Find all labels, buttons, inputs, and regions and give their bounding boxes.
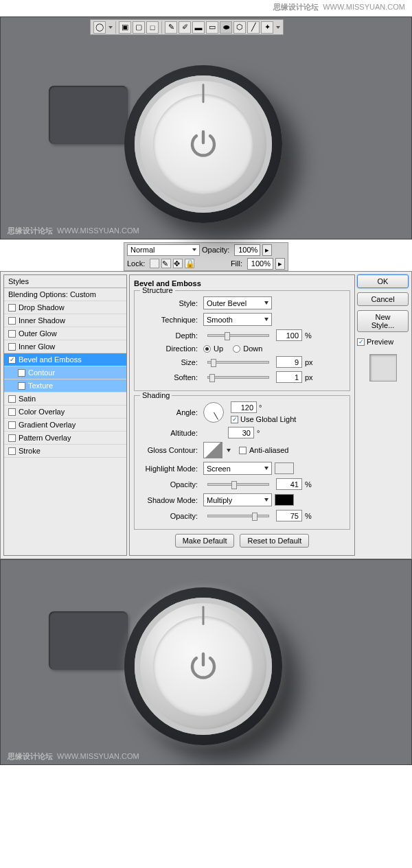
style-select[interactable]: Outer Bevel: [203, 296, 272, 309]
cancel-button[interactable]: Cancel: [357, 292, 409, 306]
soften-slider[interactable]: [207, 376, 269, 379]
watermark-canvas: 思缘设计论坛WWW.MISSYUAN.COM: [8, 751, 139, 762]
ellipse-tool-icon[interactable]: ◯: [93, 21, 106, 34]
shading-legend: Shading: [140, 391, 172, 399]
fx-stroke[interactable]: Stroke: [4, 445, 126, 458]
fx-color-overlay[interactable]: Color Overlay: [4, 406, 126, 419]
highlight-mode-select[interactable]: Screen: [203, 462, 272, 475]
custom-shape-icon[interactable]: ✦: [261, 21, 273, 34]
shape-toolbar: ◯ ▣ ▢ □ ✎ ✐ ▬ ▭ ⬬ ⬡ ╱ ✦: [90, 19, 284, 35]
layer-style-dialog: Styles Blending Options: Custom Drop Sha…: [0, 271, 412, 559]
canvas-preview-after: 思缘设计论坛WWW.MISSYUAN.COM: [0, 559, 412, 765]
dropdown-icon[interactable]: [108, 26, 113, 29]
shadow-color-swatch[interactable]: [275, 494, 294, 506]
rounded-rect-icon[interactable]: ▭: [206, 21, 218, 34]
power-icon: [187, 128, 220, 161]
styles-list: Styles Blending Options: Custom Drop Sha…: [3, 274, 127, 556]
lock-position-icon[interactable]: ✥: [173, 259, 183, 268]
depth-slider[interactable]: [207, 334, 269, 337]
blend-mode-select[interactable]: Normal: [127, 244, 200, 256]
fx-texture[interactable]: Texture: [4, 379, 126, 392]
structure-legend: Structure: [140, 286, 175, 294]
highlight-opacity-slider[interactable]: [207, 483, 269, 486]
line-icon[interactable]: ╱: [247, 21, 260, 34]
dropdown-icon[interactable]: [276, 26, 280, 29]
fill-input[interactable]: 100%: [247, 258, 273, 270]
preview-checkbox[interactable]: [357, 338, 365, 346]
knob-base-shape: [49, 86, 128, 144]
structure-group: Structure Style:Outer Bevel Technique:Sm…: [134, 290, 350, 391]
shadow-opacity-input[interactable]: 75: [276, 510, 302, 521]
direction-up-radio[interactable]: [203, 345, 211, 353]
ok-button[interactable]: OK: [357, 274, 409, 288]
contour-dropdown-icon[interactable]: [227, 449, 231, 452]
fx-pattern-overlay[interactable]: Pattern Overlay: [4, 432, 126, 445]
power-icon: [187, 650, 220, 683]
settings-pane: Bevel and Emboss Structure Style:Outer B…: [129, 274, 355, 556]
styles-header: Styles: [4, 275, 126, 288]
freeform-pen-icon[interactable]: ✐: [179, 21, 191, 34]
shading-group: Shading Angle:120°Use Global Light Altit…: [134, 395, 350, 530]
knob-base-shape: [49, 611, 128, 670]
highlight-color-swatch[interactable]: [275, 462, 294, 474]
fx-inner-shadow[interactable]: Inner Shadow: [4, 314, 126, 327]
fx-satin[interactable]: Satin: [4, 392, 126, 406]
ellipse-icon[interactable]: ⬬: [220, 21, 232, 34]
size-slider[interactable]: [207, 361, 269, 364]
paths-icon[interactable]: ▢: [133, 21, 145, 34]
fx-bevel-emboss[interactable]: Bevel and Emboss: [4, 353, 126, 366]
angle-input[interactable]: 120: [231, 401, 257, 413]
lock-pixels-icon[interactable]: ✎: [161, 259, 171, 268]
lock-transparency-icon[interactable]: [150, 259, 159, 268]
make-default-button[interactable]: Make Default: [175, 534, 235, 548]
preview-swatch: [369, 354, 397, 382]
antialiased-checkbox[interactable]: [239, 447, 247, 454]
dialog-side: OK Cancel New Style... Preview: [357, 274, 409, 556]
global-light-checkbox[interactable]: [231, 416, 238, 423]
size-input[interactable]: 9: [276, 356, 302, 368]
rectangle-icon[interactable]: ▬: [192, 21, 205, 34]
highlight-opacity-input[interactable]: 41: [276, 478, 302, 490]
polygon-icon[interactable]: ⬡: [233, 21, 246, 34]
soften-input[interactable]: 1: [276, 371, 302, 383]
shadow-mode-select[interactable]: Multiply: [203, 493, 272, 506]
opacity-label: Opacity:: [202, 246, 229, 254]
fx-gradient-overlay[interactable]: Gradient Overlay: [4, 419, 126, 432]
fill-flyout-icon[interactable]: ▸: [275, 258, 285, 270]
fill-pixels-icon[interactable]: □: [146, 21, 159, 34]
direction-down-radio[interactable]: [233, 345, 240, 353]
watermark-canvas: 思缘设计论坛WWW.MISSYUAN.COM: [8, 226, 139, 236]
power-knob-after: [124, 587, 282, 745]
fx-contour[interactable]: Contour: [4, 366, 126, 379]
altitude-input[interactable]: 30: [228, 427, 254, 438]
watermark-top: 思缘设计论坛WWW.MISSYUAN.COM: [273, 2, 405, 12]
pen-icon[interactable]: ✎: [165, 21, 177, 34]
technique-select[interactable]: Smooth: [203, 313, 272, 326]
new-style-button[interactable]: New Style...: [357, 310, 409, 332]
lock-all-icon[interactable]: 🔒: [185, 259, 194, 268]
angle-dial[interactable]: [203, 402, 224, 423]
reset-default-button[interactable]: Reset to Default: [240, 534, 309, 548]
fx-inner-glow[interactable]: Inner Glow: [4, 340, 126, 353]
blending-options-row[interactable]: Blending Options: Custom: [4, 288, 126, 301]
canvas-preview-before: ◯ ▣ ▢ □ ✎ ✐ ▬ ▭ ⬬ ⬡ ╱ ✦ 思缘设计论坛WWW.MISSYU…: [0, 16, 412, 239]
fill-label: Fill:: [231, 259, 242, 268]
shadow-opacity-slider[interactable]: [207, 515, 269, 517]
fx-outer-glow[interactable]: Outer Glow: [4, 327, 126, 340]
fx-drop-shadow[interactable]: Drop Shadow: [4, 301, 126, 314]
opacity-flyout-icon[interactable]: ▸: [262, 244, 272, 256]
power-knob: [124, 65, 282, 223]
lock-label: Lock:: [127, 259, 145, 268]
gloss-contour-picker[interactable]: [203, 442, 222, 458]
depth-input[interactable]: 100: [276, 329, 302, 341]
shape-layers-icon[interactable]: ▣: [119, 21, 131, 34]
opacity-input[interactable]: 100%: [234, 244, 260, 256]
layers-panel: Normal Opacity: 100% ▸ Lock: ✎ ✥ 🔒 Fill:…: [124, 242, 288, 271]
